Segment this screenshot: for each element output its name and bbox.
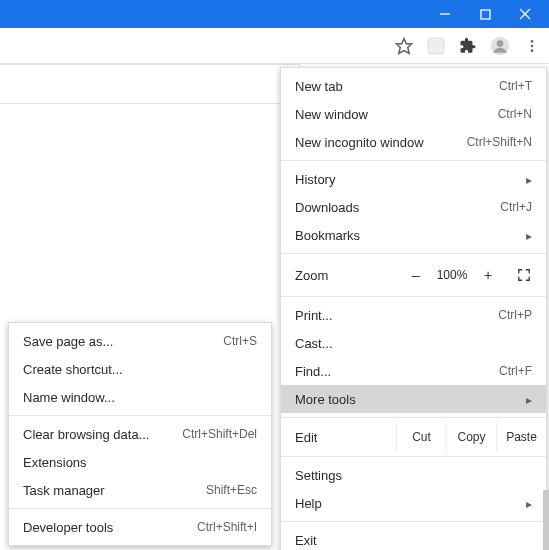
- menu-label: Exit: [295, 533, 532, 548]
- menu-label: Downloads: [295, 200, 500, 215]
- menu-item-downloads[interactable]: Downloads Ctrl+J: [281, 193, 546, 221]
- menu-separator: [281, 296, 546, 297]
- kebab-menu-icon[interactable]: [521, 35, 543, 57]
- menu-shortcut: Ctrl+F: [499, 364, 532, 378]
- menu-separator: [281, 160, 546, 161]
- profile-avatar-icon[interactable]: [489, 35, 511, 57]
- menu-label: Task manager: [23, 483, 206, 498]
- menu-item-zoom: Zoom – 100% +: [281, 258, 546, 292]
- extensions-puzzle-icon[interactable]: [457, 35, 479, 57]
- maximize-icon: [480, 9, 491, 20]
- svg-marker-4: [397, 38, 412, 53]
- submenu-item-developer-tools[interactable]: Developer tools Ctrl+Shift+I: [9, 513, 271, 541]
- menu-item-exit[interactable]: Exit: [281, 526, 546, 550]
- menu-label: Help: [295, 496, 526, 511]
- menu-separator: [281, 456, 546, 457]
- submenu-item-save-page[interactable]: Save page as... Ctrl+S: [9, 327, 271, 355]
- svg-point-9: [531, 44, 534, 47]
- chevron-right-icon: [526, 496, 532, 511]
- tab-outline: [0, 64, 300, 104]
- close-icon: [519, 8, 531, 20]
- menu-item-help[interactable]: Help: [281, 489, 546, 517]
- svg-point-10: [531, 49, 534, 52]
- menu-label: Clear browsing data...: [23, 427, 182, 442]
- menu-label: Edit: [295, 430, 396, 445]
- menu-shortcut: Ctrl+T: [499, 79, 532, 93]
- menu-item-settings[interactable]: Settings: [281, 461, 546, 489]
- menu-label: Save page as...: [23, 334, 223, 349]
- menu-label: Extensions: [23, 455, 257, 470]
- menu-separator: [281, 253, 546, 254]
- menu-shortcut: Ctrl+J: [500, 200, 532, 214]
- window-titlebar: [0, 0, 549, 28]
- edit-cut-button[interactable]: Cut: [396, 422, 446, 452]
- menu-label: Cast...: [295, 336, 532, 351]
- svg-rect-5: [428, 38, 444, 54]
- submenu-item-task-manager[interactable]: Task manager Shift+Esc: [9, 476, 271, 504]
- zoom-value: 100%: [430, 268, 474, 282]
- edit-copy-button[interactable]: Copy: [446, 422, 496, 452]
- menu-item-new-tab[interactable]: New tab Ctrl+T: [281, 72, 546, 100]
- edit-paste-button[interactable]: Paste: [496, 422, 546, 452]
- menu-item-print[interactable]: Print... Ctrl+P: [281, 301, 546, 329]
- menu-label: New tab: [295, 79, 499, 94]
- fullscreen-button[interactable]: [508, 261, 540, 289]
- menu-item-new-window[interactable]: New window Ctrl+N: [281, 100, 546, 128]
- submenu-item-create-shortcut[interactable]: Create shortcut...: [9, 355, 271, 383]
- menu-label: More tools: [295, 392, 526, 407]
- submenu-item-name-window[interactable]: Name window...: [9, 383, 271, 411]
- svg-point-7: [497, 40, 504, 47]
- menu-shortcut: Ctrl+S: [223, 334, 257, 348]
- menu-separator: [281, 417, 546, 418]
- chevron-right-icon: [526, 172, 532, 187]
- menu-label: Developer tools: [23, 520, 197, 535]
- window-maximize-button[interactable]: [465, 0, 505, 28]
- menu-label: History: [295, 172, 526, 187]
- menu-item-history[interactable]: History: [281, 165, 546, 193]
- menu-shortcut: Shift+Esc: [206, 483, 257, 497]
- menu-label: New incognito window: [295, 135, 467, 150]
- menu-label: Zoom: [295, 268, 402, 283]
- menu-label: Settings: [295, 468, 532, 483]
- menu-item-cast[interactable]: Cast...: [281, 329, 546, 357]
- zoom-out-button[interactable]: –: [402, 261, 430, 289]
- menu-shortcut: Ctrl+Shift+Del: [182, 427, 257, 441]
- window-minimize-button[interactable]: [425, 0, 465, 28]
- menu-label: Bookmarks: [295, 228, 526, 243]
- menu-label: Create shortcut...: [23, 362, 257, 377]
- menu-separator: [9, 508, 271, 509]
- menu-item-edit-row: Edit Cut Copy Paste: [281, 422, 546, 452]
- menu-separator: [281, 521, 546, 522]
- chrome-main-menu: New tab Ctrl+T New window Ctrl+N New inc…: [280, 67, 547, 550]
- window-close-button[interactable]: [505, 0, 545, 28]
- menu-label: Name window...: [23, 390, 257, 405]
- minimize-icon: [439, 8, 451, 20]
- chevron-right-icon: [526, 228, 532, 243]
- menu-label: New window: [295, 107, 498, 122]
- menu-item-bookmarks[interactable]: Bookmarks: [281, 221, 546, 249]
- menu-shortcut: Ctrl+N: [498, 107, 532, 121]
- bookmark-star-icon[interactable]: [393, 35, 415, 57]
- menu-label: Print...: [295, 308, 498, 323]
- menu-shortcut: Ctrl+P: [498, 308, 532, 322]
- chevron-right-icon: [526, 392, 532, 407]
- menu-item-more-tools[interactable]: More tools: [281, 385, 546, 413]
- page-scrollbar[interactable]: [543, 490, 549, 550]
- menu-shortcut: Ctrl+Shift+N: [467, 135, 532, 149]
- fullscreen-icon: [517, 268, 531, 282]
- menu-shortcut: Ctrl+Shift+I: [197, 520, 257, 534]
- menu-label: Find...: [295, 364, 499, 379]
- more-tools-submenu: Save page as... Ctrl+S Create shortcut..…: [8, 322, 272, 546]
- menu-separator: [9, 415, 271, 416]
- submenu-item-clear-browsing-data[interactable]: Clear browsing data... Ctrl+Shift+Del: [9, 420, 271, 448]
- browser-toolbar: [0, 28, 549, 64]
- menu-item-find[interactable]: Find... Ctrl+F: [281, 357, 546, 385]
- extension-placeholder-icon[interactable]: [425, 35, 447, 57]
- svg-point-8: [531, 40, 534, 43]
- menu-item-new-incognito[interactable]: New incognito window Ctrl+Shift+N: [281, 128, 546, 156]
- submenu-item-extensions[interactable]: Extensions: [9, 448, 271, 476]
- zoom-in-button[interactable]: +: [474, 261, 502, 289]
- svg-rect-1: [481, 10, 490, 19]
